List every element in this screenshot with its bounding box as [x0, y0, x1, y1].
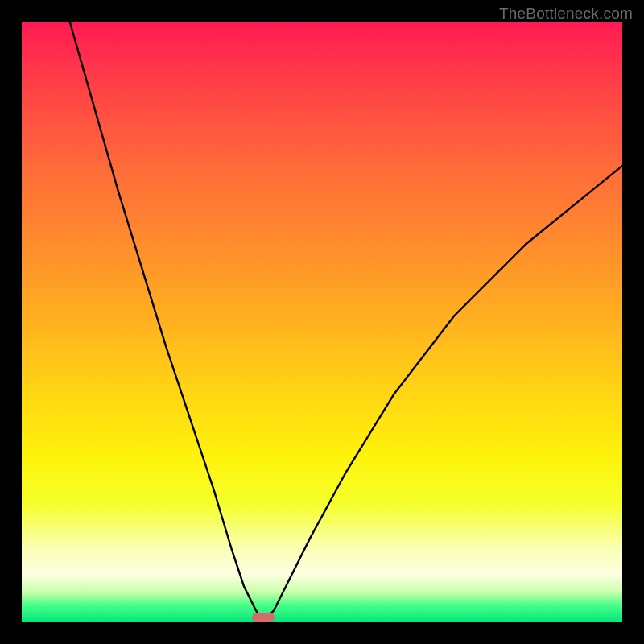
- chart-plot-area: [22, 22, 622, 622]
- watermark-text: TheBottleneck.com: [499, 5, 633, 23]
- bottleneck-marker: [252, 613, 275, 622]
- bottleneck-curve: [22, 22, 622, 622]
